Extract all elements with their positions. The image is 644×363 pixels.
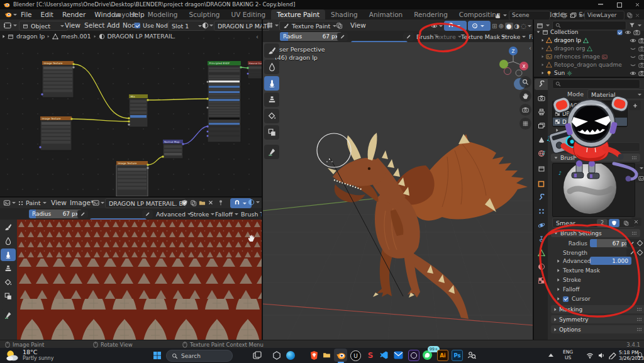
gizmo-x[interactable]: X	[522, 64, 525, 69]
viewport-type-caret[interactable]	[275, 25, 279, 26]
properties-tab-physics[interactable]	[535, 220, 548, 231]
texture-image-canvas[interactable]	[17, 220, 262, 340]
outliner-row-refrences-image[interactable]: refrences image	[536, 53, 644, 60]
grip-icon[interactable]	[631, 231, 637, 236]
shader-node-canvas[interactable]: dragon lp mesh.001 DRAGON LP MATERAIL. ‹	[0, 31, 262, 197]
shading-caret[interactable]	[528, 25, 531, 27]
camera-icon[interactable]	[638, 53, 644, 60]
stroke-dropdown[interactable]: Stroke	[190, 211, 214, 218]
properties-tab-modifiers[interactable]	[535, 192, 548, 203]
strength-keyframe-button[interactable]	[635, 249, 644, 257]
brush-users-count[interactable]: 2	[597, 219, 608, 227]
image-browse-icon[interactable]	[92, 199, 99, 206]
copilot-icon[interactable]	[272, 351, 281, 360]
tool-annotate[interactable]	[264, 145, 279, 159]
navigation-gizmo[interactable]: Z X	[495, 43, 531, 80]
tool-clone[interactable]	[1, 262, 16, 275]
viewport-sidebar-collapse[interactable]: ‹	[529, 45, 531, 52]
dragon-model[interactable]	[328, 133, 528, 319]
proportional-edit-toggle[interactable]	[468, 21, 491, 31]
copy-viewlayer-icon[interactable]	[626, 12, 633, 18]
tool-soften[interactable]	[264, 60, 279, 74]
editor-type-node-icon[interactable]	[3, 22, 12, 29]
camera-icon[interactable]	[638, 45, 644, 52]
filter-caret[interactable]	[638, 25, 641, 26]
camera-icon[interactable]	[633, 29, 640, 36]
radius-keyframe-button[interactable]	[635, 239, 644, 247]
node-image-texture-1[interactable]: Image Texture	[41, 61, 74, 98]
shading-wireframe-icon[interactable]: ⊕	[498, 23, 503, 30]
gizmo-y[interactable]	[499, 60, 508, 69]
viewlayer-name-field[interactable]: ViewLayer	[584, 11, 625, 20]
fake-user-shield-icon[interactable]	[181, 199, 188, 206]
options-panel-header[interactable]: Options	[551, 325, 644, 333]
zoom-button[interactable]	[519, 76, 531, 88]
notification-bell-icon[interactable]	[636, 352, 643, 359]
image-browse-caret[interactable]	[101, 202, 104, 204]
weather-desc[interactable]: Partly sunny	[23, 355, 53, 361]
close-button[interactable]	[635, 2, 640, 8]
grip-icon[interactable]	[636, 307, 642, 312]
obs-icon[interactable]	[408, 350, 419, 361]
properties-search-input[interactable]	[552, 79, 640, 89]
weather-icon[interactable]	[5, 349, 19, 363]
node-image-texture-3[interactable]: Image Texture	[116, 161, 149, 196]
copy-image-icon[interactable]	[190, 199, 197, 206]
tab-shading[interactable]: Shading	[325, 9, 364, 20]
minimize-button[interactable]	[598, 4, 604, 6]
cursor-checkbox[interactable]	[563, 296, 569, 302]
viewport-menu-view[interactable]: View	[346, 20, 370, 30]
menu-render[interactable]: Render	[58, 9, 90, 20]
editor-type-outliner-icon[interactable]	[536, 22, 543, 29]
outliner-type-caret[interactable]	[546, 25, 550, 26]
brush-name-field[interactable]: Smear 2	[552, 218, 635, 228]
node-mix[interactable]: Mix	[128, 94, 148, 127]
image-mode-dropdown[interactable]: Paint	[18, 199, 47, 206]
brush-fake-user-button[interactable]	[609, 219, 619, 227]
people-search-icon[interactable]	[467, 350, 476, 360]
tool-clone[interactable]	[264, 92, 279, 107]
properties-strength-slider[interactable]: 1.000	[590, 257, 631, 265]
shading-rendered-icon[interactable]: ◌	[521, 23, 526, 30]
camera-icon[interactable]	[638, 37, 644, 44]
tool-soften[interactable]	[1, 235, 16, 247]
visibility-caret[interactable]	[439, 25, 443, 27]
tool-smear[interactable]	[1, 249, 16, 261]
material-name-field[interactable]: DRAGON LP MATERAI	[214, 21, 269, 31]
outliner-row-retopo-dragon[interactable]: Retopo_dragon quadme	[536, 61, 644, 69]
gizmo-z[interactable]: Z	[511, 48, 514, 54]
image-editor-type-caret[interactable]	[12, 202, 16, 204]
illustrator-icon[interactable]: Ai	[437, 350, 448, 361]
tab-animation[interactable]: Animation	[364, 9, 409, 20]
interaction-mode-dropdown[interactable]: Texture Paint	[279, 21, 340, 31]
mail-icon[interactable]	[394, 351, 403, 359]
grip-icon[interactable]	[636, 327, 642, 332]
tool-mask[interactable]	[1, 290, 16, 303]
gizmo-neg-z[interactable]	[516, 70, 522, 76]
shading-solid-icon[interactable]: ●	[505, 23, 513, 30]
eye-closed-icon[interactable]	[630, 62, 636, 69]
weather-temp[interactable]: 18°C	[23, 349, 37, 355]
close-viewlayer-icon[interactable]	[635, 13, 640, 18]
properties-tab-texture[interactable]	[535, 275, 548, 286]
strength-pressure-button[interactable]	[403, 33, 414, 41]
brush-settings-header[interactable]: Brush Settings	[551, 229, 640, 237]
outliner-row-collection[interactable]: Collection	[536, 28, 642, 36]
eye-closed-icon[interactable]	[630, 53, 636, 60]
maximize-button[interactable]	[617, 3, 622, 8]
tray-expand-chevron[interactable]	[548, 354, 553, 357]
filter-funnel-icon[interactable]	[629, 22, 635, 28]
node-image-texture-2[interactable]: Image Texture	[39, 116, 72, 150]
tool-annotate[interactable]	[1, 309, 16, 321]
pan-button[interactable]	[519, 90, 531, 102]
tool-mask[interactable]	[264, 125, 279, 140]
node-graph[interactable]: Image Texture Image Texture Image Textur…	[0, 31, 262, 197]
tab-texture-paint[interactable]: Texture Paint	[271, 9, 325, 20]
node-normal-map[interactable]: Normal Map	[162, 140, 184, 159]
unreal-icon[interactable]: U	[350, 350, 361, 361]
eye-icon[interactable]	[625, 29, 631, 36]
properties-radius-slider[interactable]: 67 px	[590, 239, 631, 247]
use-nodes-checkbox[interactable]	[135, 23, 140, 28]
cursor-section[interactable]: Cursor	[557, 296, 591, 302]
stroke-dropdown[interactable]: Stroke	[501, 33, 526, 40]
